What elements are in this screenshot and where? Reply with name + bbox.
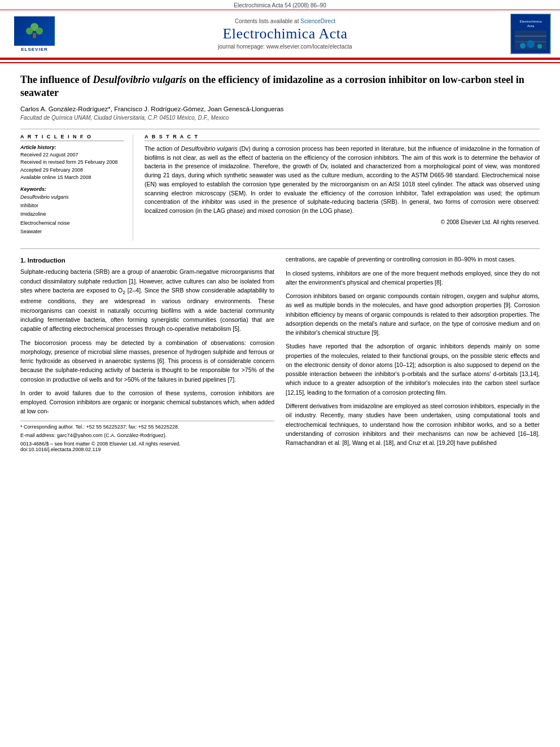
- keyword-4: Electrochemical noise: [20, 219, 124, 228]
- keywords-list: Desulfovibrio vulgaris Inhibitor Imidazo…: [20, 193, 124, 236]
- citation-text: Electrochimica Acta 54 (2008) 86–90: [234, 2, 326, 8]
- contents-link: Contents lists available at ScienceDirec…: [60, 18, 510, 24]
- body-col-right: centrations, are capable of preventing o…: [286, 255, 540, 452]
- svg-point-2: [36, 27, 43, 34]
- keyword-5: Seawater: [20, 228, 124, 236]
- intro-heading: 1. Introduction: [20, 257, 274, 264]
- article-title: The influence of Desulfovibrio vulgaris …: [20, 73, 540, 100]
- red-divider: [0, 58, 560, 60]
- abstract-text: The action of Desulfovibrio vulgaris (Dv…: [145, 145, 540, 216]
- received-revised-date: Received in revised form 25 February 200…: [20, 159, 124, 167]
- intro-para-8: Different derivatives from imidazoline a…: [286, 401, 540, 447]
- journal-cover-image: Electrochimica Acta: [510, 14, 551, 54]
- article-history: Article history: Received 22 August 2007…: [20, 145, 124, 182]
- intro-para-3: In order to avoid failures due to the co…: [20, 388, 274, 416]
- keyword-1: Desulfovibrio vulgaris: [20, 193, 124, 202]
- keywords-label: Keywords:: [20, 186, 124, 192]
- keyword-3: Imidazoline: [20, 210, 124, 219]
- journal-main-title: Electrochimica Acta: [60, 25, 510, 42]
- journal-homepage: journal homepage: www.elsevier.com/locat…: [60, 43, 510, 50]
- keyword-2: Inhibitor: [20, 202, 124, 210]
- svg-text:Electrochimica: Electrochimica: [519, 20, 542, 23]
- svg-point-11: [527, 40, 535, 48]
- article-info-heading: A R T I C L E I N F O: [20, 134, 124, 141]
- affiliation: Facultad de Química UNAM, Ciudad Univers…: [20, 115, 540, 121]
- email-note: E-mail address: garc74@yahoo.com (C.A. G…: [20, 432, 274, 440]
- available-date: Available online 15 March 2008: [20, 174, 124, 182]
- journal-title-center: Contents lists available at ScienceDirec…: [60, 18, 510, 50]
- intro-para-2: The biocorrosion process may be detected…: [20, 338, 274, 384]
- svg-point-1: [26, 27, 33, 34]
- article-content: The influence of Desulfovibrio vulgaris …: [0, 63, 560, 462]
- authors: Carlos A. González-Rodríguez*, Francisco…: [20, 106, 540, 112]
- intro-para-6: Corrosion inhibitors based on organic co…: [286, 291, 540, 337]
- keywords-section: Keywords: Desulfovibrio vulgaris Inhibit…: [20, 186, 124, 236]
- history-label: Article history:: [20, 145, 124, 150]
- copyright-note: © 2008 Elsevier Ltd. All rights reserved…: [145, 219, 540, 225]
- svg-rect-3: [33, 33, 36, 38]
- elsevier-tree-icon: [23, 22, 46, 40]
- footnote-star: * Corresponding author. Tel.: +52 55 562…: [20, 423, 274, 431]
- intro-para-7: Studies have reported that the adsorptio…: [286, 342, 540, 397]
- divider-1: [20, 129, 540, 129]
- journal-header: Electrochimica Acta 54 (2008) 86–90 ELSE…: [0, 0, 560, 63]
- abstract-section: A B S T R A C T The action of Desulfovib…: [145, 134, 540, 241]
- issn-line: 0013-4686/$ – see front matter © 2008 El…: [20, 441, 274, 447]
- article-footer: * Corresponding author. Tel.: +52 55 562…: [20, 421, 274, 452]
- sciencedirect-link[interactable]: ScienceDirect: [300, 18, 335, 24]
- elsevier-name-label: ELSEVIER: [21, 47, 48, 52]
- intro-para-1: Sulphate-reducing bacteria (SRB) are a g…: [20, 267, 274, 333]
- accepted-date: Accepted 29 February 2008: [20, 167, 124, 174]
- svg-point-12: [537, 44, 542, 49]
- svg-text:Acta: Acta: [527, 24, 535, 28]
- elsevier-logo-box: [14, 16, 55, 46]
- cover-svg: Electrochimica Acta: [511, 15, 550, 53]
- doi-line: doi:10.1016/j.electacta.2008.02.119: [20, 447, 274, 452]
- body-col-left: 1. Introduction Sulphate-reducing bacter…: [20, 255, 274, 452]
- received-date: Received 22 August 2007: [20, 151, 124, 159]
- citation-bar: Electrochimica Acta 54 (2008) 86–90: [0, 0, 560, 10]
- divider-2: [20, 248, 540, 249]
- intro-para-4: centrations, are capable of preventing o…: [286, 255, 540, 264]
- intro-para-5: In closed systems, inhibitors are one of…: [286, 269, 540, 287]
- svg-point-10: [520, 43, 526, 49]
- article-info: A R T I C L E I N F O Article history: R…: [20, 134, 133, 241]
- body-columns: 1. Introduction Sulphate-reducing bacter…: [20, 255, 540, 452]
- elsevier-logo: ELSEVIER: [9, 16, 60, 52]
- info-abstract-section: A R T I C L E I N F O Article history: R…: [20, 134, 540, 241]
- abstract-heading: A B S T R A C T: [145, 134, 540, 141]
- journal-banner: ELSEVIER Contents lists available at Sci…: [0, 10, 560, 58]
